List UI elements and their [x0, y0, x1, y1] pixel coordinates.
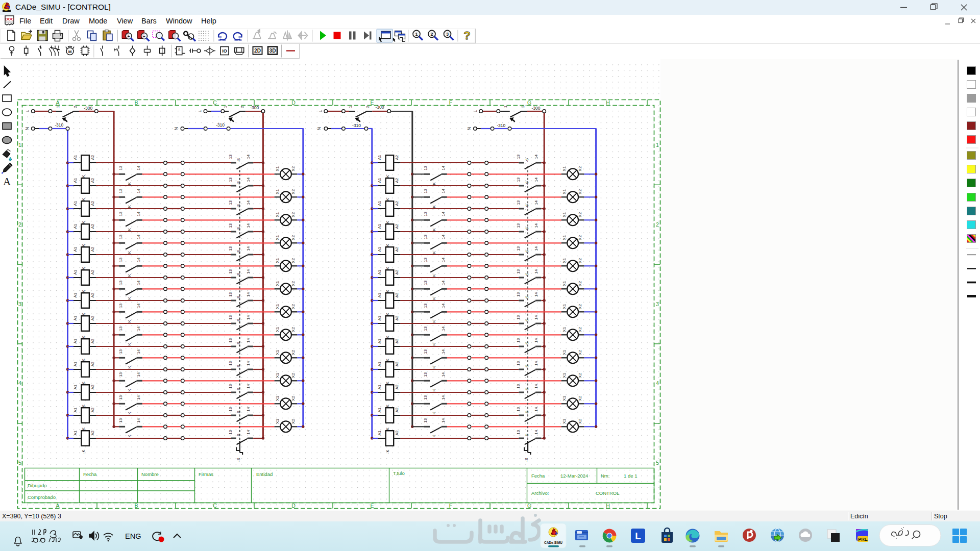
svg-text:Fecha: Fecha [531, 473, 545, 479]
svg-text:K: K [81, 266, 86, 269]
svg-text:-S: -S [236, 434, 241, 438]
svg-text:14: 14 [136, 303, 141, 308]
svg-text:-S: -S [525, 319, 529, 323]
svg-text:A1: A1 [73, 361, 78, 366]
svg-text:Nombre: Nombre [141, 471, 159, 477]
svg-text:3: 3 [656, 301, 659, 307]
svg-text:14: 14 [441, 418, 446, 422]
svg-text:K: K [127, 365, 132, 368]
svg-text:X1: X1 [275, 258, 280, 263]
svg-text:−: − [143, 34, 145, 39]
svg-text:A2: A2 [395, 269, 399, 274]
svg-text:14: 14 [534, 338, 538, 342]
svg-text:13: 13 [228, 361, 233, 365]
svg-text:-S: -S [236, 204, 241, 208]
svg-text:-S: -S [236, 411, 241, 415]
svg-text:E: E [370, 503, 374, 509]
svg-text:-300: -300 [250, 105, 259, 110]
svg-text:13: 13 [516, 315, 521, 319]
svg-text:14: 14 [246, 430, 251, 434]
svg-text:2: 2 [240, 106, 244, 108]
svg-text:14: 14 [534, 269, 538, 273]
svg-text:14: 14 [441, 257, 446, 262]
svg-text:14: 14 [534, 384, 538, 388]
svg-text:-300: -300 [531, 106, 540, 111]
svg-text:X2: X2 [291, 166, 296, 171]
svg-text:N: N [316, 127, 322, 130]
svg-text:14: 14 [534, 315, 538, 319]
svg-text:X2: X2 [578, 327, 582, 332]
svg-text:A1: A1 [73, 292, 78, 297]
svg-text:A2: A2 [395, 407, 399, 412]
svg-text:-S: -S [236, 342, 241, 346]
svg-text:K: K [81, 335, 86, 338]
svg-text:X1: X1 [275, 349, 280, 355]
svg-text:K: K [432, 273, 436, 277]
svg-text:13: 13 [423, 349, 428, 354]
svg-text:13: 13 [516, 361, 521, 365]
svg-text:13: 13 [228, 177, 233, 182]
svg-text:F: F [449, 503, 452, 509]
svg-text:3D: 3D [270, 48, 276, 54]
svg-text:X2: X2 [578, 395, 582, 400]
svg-text:X2: X2 [291, 304, 296, 309]
svg-text:X1: X1 [275, 189, 280, 194]
svg-text:X1: X1 [562, 166, 567, 171]
svg-text:X1: X1 [562, 395, 567, 400]
svg-text:13: 13 [118, 326, 123, 331]
svg-text:?: ? [463, 29, 470, 42]
svg-text:X2: X2 [578, 418, 582, 423]
svg-text:13: 13 [423, 326, 428, 331]
svg-text:X2: X2 [291, 372, 296, 378]
svg-text:B: B [134, 503, 138, 509]
svg-text:K: K [81, 197, 86, 201]
svg-text:N: N [24, 127, 30, 130]
svg-text:K: K [81, 243, 86, 246]
svg-text:K: K [385, 289, 390, 292]
svg-text:-K: -K [81, 449, 86, 454]
svg-text:K: K [127, 182, 132, 185]
svg-text:A2: A2 [395, 223, 399, 229]
svg-text:14: 14 [534, 292, 538, 296]
svg-text:X1: X1 [562, 418, 567, 423]
svg-text:-S: -S [525, 411, 529, 415]
svg-text:-S: -S [236, 227, 241, 231]
svg-text:A1: A1 [377, 178, 382, 183]
svg-text:X1: X1 [562, 304, 567, 309]
svg-text:14: 14 [136, 326, 141, 331]
svg-text:CADe-SIMU: CADe-SIMU [544, 541, 562, 544]
svg-text:A1: A1 [377, 246, 382, 252]
svg-text:A1: A1 [73, 155, 78, 160]
svg-text:A2: A2 [90, 315, 95, 320]
svg-text:K: K [127, 228, 132, 231]
svg-text:14: 14 [246, 292, 251, 296]
svg-text:13: 13 [228, 338, 233, 342]
svg-text:A1: A1 [73, 223, 78, 229]
svg-text:13: 13 [516, 384, 521, 388]
svg-text:-S: -S [524, 458, 529, 462]
svg-text:K: K [81, 381, 86, 384]
svg-text:A2: A2 [90, 201, 95, 206]
svg-text:-S: -S [236, 319, 241, 323]
svg-text:X2: X2 [291, 349, 296, 355]
svg-text:K: K [81, 289, 86, 292]
svg-text:Comprobado: Comprobado [28, 494, 56, 500]
svg-text:-S: -S [236, 181, 241, 185]
svg-text:14: 14 [246, 223, 251, 228]
svg-text:13: 13 [118, 234, 123, 239]
svg-text:E: E [370, 99, 374, 106]
svg-text:1: 1 [18, 142, 21, 148]
svg-text:Archivo:: Archivo: [531, 490, 549, 496]
svg-text:X1: X1 [275, 395, 280, 400]
svg-text:14: 14 [246, 154, 251, 159]
svg-text:-S: -S [525, 273, 529, 277]
svg-text:13: 13 [228, 200, 233, 205]
svg-text:14: 14 [136, 211, 141, 216]
svg-text:K: K [385, 312, 390, 315]
svg-text:A1: A1 [377, 315, 382, 320]
svg-text:A2: A2 [395, 201, 399, 206]
svg-text:14: 14 [441, 165, 446, 170]
svg-text:14: 14 [246, 338, 251, 342]
svg-text:14: 14 [136, 349, 141, 354]
svg-text:13: 13 [118, 395, 123, 399]
